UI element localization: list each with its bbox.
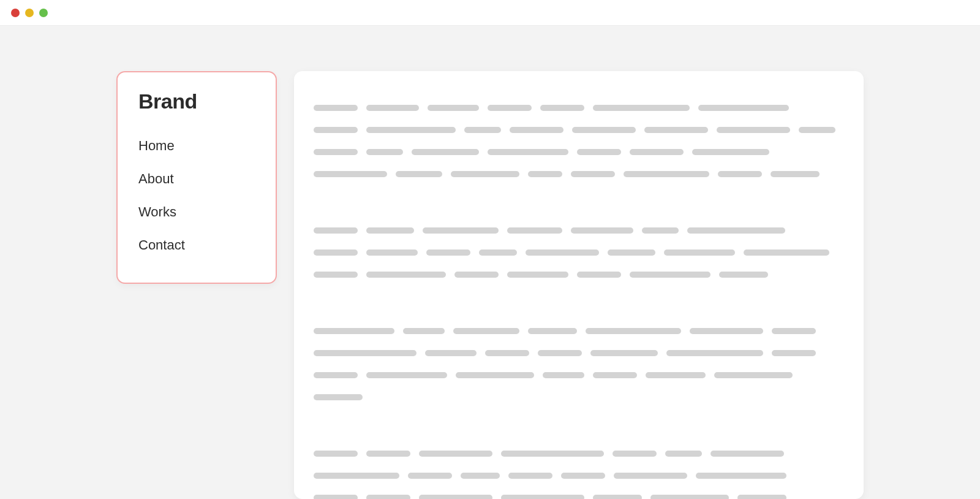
skeleton-word: [590, 350, 658, 356]
skeleton-word: [696, 473, 786, 479]
skeleton-word: [771, 171, 820, 177]
skeleton-word: [423, 227, 499, 234]
brand-logo: Brand: [138, 90, 255, 113]
skeleton-word: [464, 127, 501, 133]
skeleton-word: [412, 149, 479, 155]
minimize-icon[interactable]: [25, 9, 34, 17]
skeleton-word: [772, 328, 816, 334]
skeleton-word: [612, 451, 657, 457]
skeleton-word: [528, 328, 577, 334]
skeleton-word: [426, 250, 470, 256]
skeleton-word: [690, 328, 763, 334]
close-icon[interactable]: [11, 9, 20, 17]
skeleton-word: [772, 350, 816, 356]
skeleton-word: [526, 250, 599, 256]
page-viewport: Brand Home About Works Contact: [0, 26, 980, 499]
skeleton-word: [624, 171, 709, 177]
skeleton-word: [366, 227, 414, 234]
nav-item-works[interactable]: Works: [138, 196, 255, 229]
skeleton-word: [488, 105, 532, 111]
nav-item-about[interactable]: About: [138, 162, 255, 196]
skeleton-word: [665, 451, 702, 457]
skeleton-word: [314, 350, 417, 356]
window-title-bar: [0, 0, 980, 26]
skeleton-word: [744, 250, 829, 256]
skeleton-word: [479, 250, 517, 256]
skeleton-word: [314, 227, 358, 234]
skeleton-word: [314, 495, 358, 499]
skeleton-word: [799, 127, 835, 133]
skeleton-word: [314, 372, 358, 378]
skeleton-word: [396, 171, 442, 177]
skeleton-word: [572, 127, 636, 133]
skeleton-word: [593, 495, 642, 499]
skeleton-word: [586, 328, 681, 334]
skeleton-word: [314, 105, 358, 111]
skeleton-word: [642, 227, 679, 234]
skeleton-word: [419, 495, 492, 499]
skeleton-word: [561, 473, 605, 479]
skeleton-word: [419, 451, 492, 457]
skeleton-word: [314, 171, 387, 177]
skeleton-word: [451, 171, 519, 177]
skeleton-word: [366, 372, 447, 378]
skeleton-word: [644, 127, 708, 133]
skeleton-word: [461, 473, 500, 479]
skeleton-word: [571, 171, 615, 177]
skeleton-word: [314, 250, 358, 256]
skeleton-word: [507, 227, 562, 234]
skeleton-word: [698, 105, 789, 111]
nav-list: Home About Works Contact: [138, 129, 255, 262]
skeleton-word: [501, 495, 584, 499]
skeleton-word: [453, 328, 519, 334]
skeleton-word: [508, 473, 552, 479]
skeleton-word: [717, 127, 790, 133]
skeleton-word: [646, 372, 706, 378]
skeleton-word: [314, 149, 358, 155]
skeleton-word: [664, 250, 735, 256]
nav-item-home[interactable]: Home: [138, 129, 255, 162]
skeleton-word: [577, 149, 621, 155]
skeleton-word: [714, 372, 793, 378]
skeleton-paragraph: [314, 219, 844, 286]
skeleton-word: [571, 227, 633, 234]
skeleton-word: [314, 451, 358, 457]
skeleton-word: [630, 149, 684, 155]
skeleton-word: [366, 451, 410, 457]
skeleton-word: [543, 372, 584, 378]
skeleton-word: [719, 272, 768, 278]
skeleton-word: [577, 272, 621, 278]
skeleton-word: [710, 451, 784, 457]
skeleton-word: [510, 127, 564, 133]
skeleton-word: [425, 350, 477, 356]
skeleton-word: [314, 127, 358, 133]
skeleton-word: [408, 473, 452, 479]
skeleton-word: [485, 350, 529, 356]
skeleton-paragraph: [314, 443, 844, 499]
fullscreen-icon[interactable]: [39, 9, 48, 17]
skeleton-word: [366, 149, 403, 155]
skeleton-word: [593, 105, 690, 111]
skeleton-word: [666, 350, 763, 356]
skeleton-word: [366, 127, 456, 133]
skeleton-word: [692, 149, 769, 155]
main-content: [294, 71, 864, 499]
skeleton-paragraph: [314, 97, 844, 185]
skeleton-word: [614, 473, 687, 479]
skeleton-word: [630, 272, 710, 278]
skeleton-word: [366, 495, 410, 499]
skeleton-paragraph: [314, 320, 844, 408]
skeleton-word: [456, 372, 534, 378]
skeleton-word: [366, 105, 419, 111]
skeleton-word: [454, 272, 499, 278]
skeleton-word: [650, 495, 729, 499]
skeleton-word: [737, 495, 786, 499]
skeleton-word: [718, 171, 762, 177]
skeleton-word: [314, 473, 399, 479]
skeleton-word: [608, 250, 655, 256]
skeleton-word: [528, 171, 562, 177]
skeleton-word: [507, 272, 568, 278]
skeleton-word: [366, 250, 418, 256]
nav-item-contact[interactable]: Contact: [138, 229, 255, 262]
skeleton-word: [314, 328, 394, 334]
